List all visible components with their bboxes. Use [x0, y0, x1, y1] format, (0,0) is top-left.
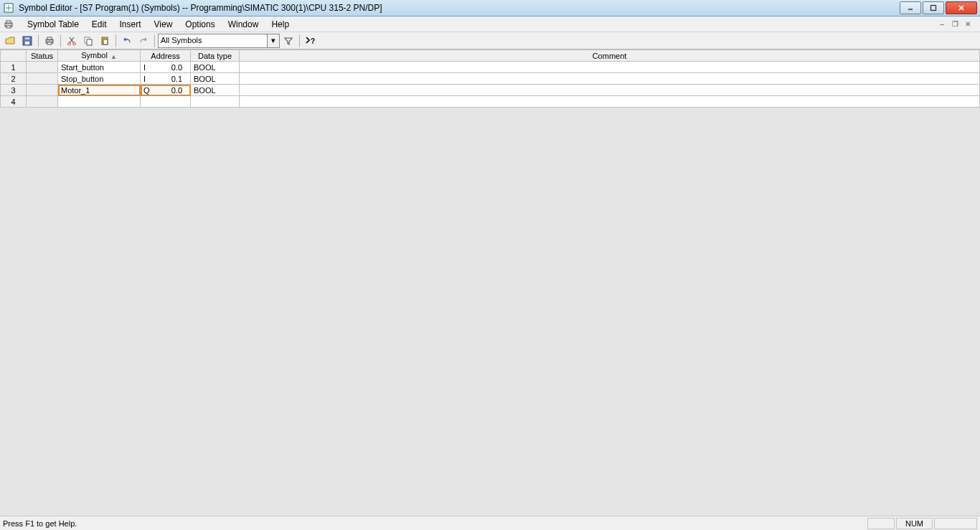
svg-rect-4 [6, 21, 11, 23]
column-header-address[interactable]: Address [141, 50, 191, 62]
mdi-minimize-button[interactable]: – [937, 19, 947, 29]
menu-options[interactable]: Options [179, 18, 220, 31]
address-cell[interactable]: Q0.0 [141, 85, 191, 96]
window-controls [900, 1, 977, 14]
comment-cell[interactable] [240, 96, 980, 108]
column-header-status[interactable]: Status [27, 50, 58, 62]
filter-dropdown-label: All Symbols [161, 36, 202, 44]
status-cell [934, 518, 977, 529]
status-help-text: Press F1 to get Help. [3, 519, 866, 528]
column-header-comment[interactable]: Comment [240, 50, 980, 62]
toolbar: All Symbols ▾ ? [0, 32, 980, 49]
datatype-cell[interactable] [191, 96, 240, 108]
table-row[interactable]: 3Motor_1Q0.0BOOL [1, 85, 980, 96]
comment-cell[interactable] [240, 85, 980, 96]
grid-area: Status Symbol▲ Address Data type Comment… [0, 49, 980, 516]
row-number-cell[interactable]: 2 [1, 73, 27, 85]
svg-rect-5 [6, 26, 11, 28]
address-cell[interactable] [141, 96, 191, 108]
menu-symbol-table[interactable]: Symbol Table [22, 18, 85, 31]
address-cell[interactable]: I0.1 [141, 73, 191, 85]
menu-bar: Symbol Table Edit Insert View Options Wi… [0, 16, 980, 32]
open-button[interactable] [3, 34, 19, 48]
chevron-down-icon: ▾ [267, 34, 279, 47]
comment-cell[interactable] [240, 73, 980, 85]
minimize-button[interactable] [900, 1, 921, 14]
maximize-button[interactable] [923, 1, 944, 14]
status-bar: Press F1 to get Help. NUM [0, 516, 980, 530]
svg-rect-15 [87, 39, 92, 45]
window-title: Symbol Editor - [S7 Program(1) (Symbols)… [19, 3, 900, 13]
print-icon [3, 19, 14, 30]
status-cell [867, 518, 895, 529]
table-row[interactable]: 4 [1, 96, 980, 108]
row-number-cell[interactable]: 1 [1, 62, 27, 73]
row-number-header[interactable] [1, 50, 27, 62]
column-header-symbol-label: Symbol [81, 51, 108, 60]
svg-rect-2 [931, 6, 936, 11]
table-header-row: Status Symbol▲ Address Data type Comment [1, 50, 980, 62]
sort-ascending-icon: ▲ [110, 53, 117, 60]
filter-button[interactable] [281, 34, 296, 48]
svg-rect-10 [47, 37, 52, 39]
toolbar-separator [60, 34, 61, 47]
comment-cell[interactable] [240, 62, 980, 73]
row-number-cell[interactable]: 3 [1, 85, 27, 96]
symbol-cell[interactable]: Start_button [58, 62, 141, 73]
status-cell[interactable] [27, 85, 58, 96]
symbol-editor-icon [3, 2, 14, 14]
mdi-controls: – ❐ ✕ [937, 19, 977, 29]
toolbar-separator [116, 34, 116, 47]
menu-help[interactable]: Help [265, 18, 295, 31]
status-cell[interactable] [27, 73, 58, 85]
svg-rect-11 [47, 42, 52, 44]
svg-rect-8 [25, 37, 29, 39]
menu-insert[interactable]: Insert [114, 18, 147, 31]
svg-rect-7 [25, 42, 29, 44]
table-row[interactable]: 2Stop_buttonI0.1BOOL [1, 73, 980, 85]
datatype-cell[interactable]: BOOL [191, 73, 240, 85]
menu-view[interactable]: View [149, 18, 179, 31]
svg-point-12 [68, 42, 71, 45]
paste-button[interactable] [97, 34, 113, 48]
toolbar-separator [154, 34, 155, 47]
table-row[interactable]: 1Start_buttonI0.0BOOL [1, 62, 980, 73]
grid-empty-area [0, 108, 980, 516]
toolbar-separator [38, 34, 39, 47]
toolbar-separator [299, 34, 300, 47]
datatype-cell[interactable]: BOOL [191, 62, 240, 73]
title-bar: Symbol Editor - [S7 Program(1) (Symbols)… [0, 0, 980, 16]
symbol-cell[interactable]: Stop_button [58, 73, 141, 85]
copy-button[interactable] [80, 34, 96, 48]
undo-button[interactable] [119, 34, 135, 48]
status-num-indicator: NUM [896, 518, 933, 529]
menu-edit[interactable]: Edit [86, 18, 113, 31]
symbol-table[interactable]: Status Symbol▲ Address Data type Comment… [0, 49, 980, 108]
symbol-cell[interactable] [58, 96, 141, 108]
address-cell[interactable]: I0.0 [141, 62, 191, 73]
mdi-close-button[interactable]: ✕ [963, 19, 973, 29]
status-cell[interactable] [27, 62, 58, 73]
svg-rect-17 [103, 39, 108, 44]
symbol-cell[interactable]: Motor_1 [58, 85, 141, 96]
menu-window[interactable]: Window [222, 18, 265, 31]
row-number-cell[interactable]: 4 [1, 96, 27, 108]
status-cell[interactable] [27, 96, 58, 108]
column-header-datatype[interactable]: Data type [191, 50, 240, 62]
cut-button[interactable] [64, 34, 80, 48]
column-header-symbol[interactable]: Symbol▲ [58, 50, 141, 62]
filter-dropdown[interactable]: All Symbols ▾ [158, 34, 280, 48]
save-button[interactable] [19, 34, 35, 48]
svg-text:?: ? [311, 37, 315, 45]
datatype-cell[interactable]: BOOL [191, 85, 240, 96]
print-button[interactable] [42, 34, 57, 48]
close-button[interactable] [946, 1, 977, 14]
redo-button[interactable] [136, 34, 151, 48]
mdi-restore-button[interactable]: ❐ [950, 19, 960, 29]
svg-point-13 [73, 42, 76, 45]
context-help-button[interactable]: ? [303, 34, 319, 48]
